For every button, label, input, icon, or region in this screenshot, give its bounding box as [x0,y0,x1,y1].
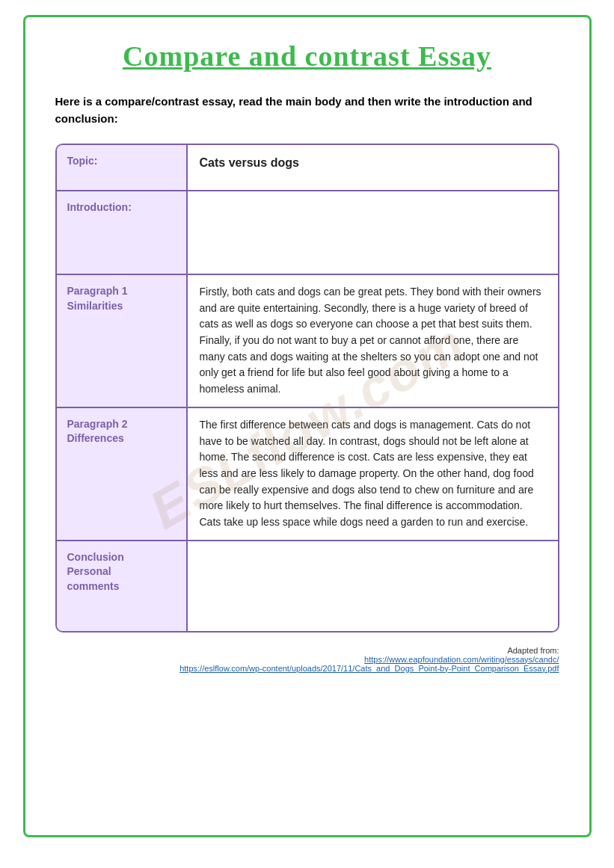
paragraph2-label: Paragraph 2 Differences [67,417,128,446]
conclusion-row: Conclusion Personal comments [57,541,558,631]
conclusion-label: Conclusion Personal comments [67,550,124,594]
introduction-content[interactable] [188,191,558,274]
conclusion-label-cell: Conclusion Personal comments [57,541,188,631]
page-title: Compare and contrast Essay [55,40,559,73]
paragraph2-row: Paragraph 2 Differences The first differ… [57,408,558,541]
page: ESLflow.com Compare and contrast Essay H… [23,15,592,837]
introduction-row: Introduction: [57,191,558,275]
footer-link1[interactable]: https://www.eapfoundation.com/writing/es… [55,655,559,664]
introduction-label: Introduction: [67,200,132,215]
footer: Adapted from: https://www.eapfoundation.… [55,646,559,673]
footer-link2[interactable]: https://eslflow.com/wp-content/uploads/2… [55,664,559,673]
topic-label: Topic: [67,154,98,169]
paragraph1-label-cell: Paragraph 1 Similarities [57,275,188,407]
conclusion-content[interactable] [188,541,558,631]
introduction-label-cell: Introduction: [57,191,188,274]
topic-content: Cats versus dogs [188,145,558,190]
topic-row: Topic: Cats versus dogs [57,145,558,191]
adapted-label: Adapted from: [507,646,559,655]
intro-paragraph: Here is a compare/contrast essay, read t… [55,93,559,127]
paragraph1-row: Paragraph 1 Similarities Firstly, both c… [57,275,558,408]
paragraph1-content: Firstly, both cats and dogs can be great… [188,275,558,407]
essay-table: Topic: Cats versus dogs Introduction: Pa… [55,144,559,632]
paragraph1-label: Paragraph 1 Similarities [67,284,128,313]
topic-label-cell: Topic: [57,145,188,190]
paragraph2-label-cell: Paragraph 2 Differences [57,408,188,540]
paragraph2-content: The first difference between cats and do… [188,408,558,540]
